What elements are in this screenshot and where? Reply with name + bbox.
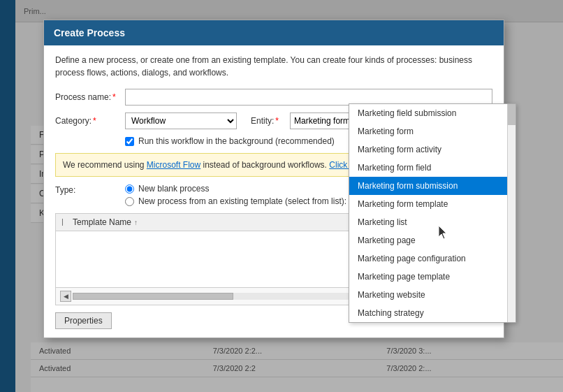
warning-text-middle: instead of background workflows.: [200, 160, 329, 170]
modal-title: Create Process: [54, 27, 125, 38]
modal-description: Define a new process, or create one from…: [55, 54, 492, 79]
dropdown-item-2[interactable]: Marketing form activity: [349, 140, 516, 159]
radio-from-template-input[interactable]: [125, 197, 134, 206]
required-star-entity: *: [275, 116, 279, 126]
radio-from-template: New process from an existing template (s…: [125, 196, 346, 206]
dropdown-item-0[interactable]: Marketing field submission: [349, 104, 516, 122]
template-name-header-text: Template Name: [73, 217, 131, 227]
dropdown-item-11[interactable]: Matching strategy: [349, 304, 516, 322]
dropdown-item-5[interactable]: Marketing form template: [349, 195, 516, 213]
entity-label: Entity:*: [251, 116, 279, 126]
radio-group: New blank process New process from an ex…: [125, 184, 346, 206]
header-spacer: |: [61, 217, 73, 227]
dropdown-scroll-thumb: [508, 104, 516, 125]
scrollbar-thumb: [73, 293, 233, 300]
required-star-category: *: [93, 116, 96, 126]
scroll-left-button[interactable]: ◀: [60, 291, 71, 302]
dropdown-item-6[interactable]: Marketing list: [349, 213, 516, 231]
dropdown-item-10[interactable]: Marketing website: [349, 286, 516, 304]
radio-new-blank: New blank process: [125, 184, 346, 194]
radio-from-template-label: New process from an existing template (s…: [138, 196, 346, 206]
dropdown-item-8[interactable]: Marketing page configuration: [349, 249, 516, 268]
dropdown-item-3[interactable]: Marketing form field: [349, 159, 516, 177]
dropdown-item-9[interactable]: Marketing page template: [349, 268, 516, 286]
dropdown-item-1[interactable]: Marketing form: [349, 122, 516, 140]
radio-new-blank-label: New blank process: [138, 184, 209, 194]
background-workflow-checkbox[interactable]: [125, 137, 134, 146]
dropdown-item-4[interactable]: Marketing form submission: [349, 177, 516, 195]
dropdown-scrollbar[interactable]: [507, 104, 516, 322]
properties-button[interactable]: Properties: [55, 312, 112, 329]
dropdown-item-7[interactable]: Marketing page: [349, 231, 516, 249]
microsoft-flow-link[interactable]: Microsoft Flow: [147, 160, 200, 170]
process-name-label: Process name:*: [55, 92, 125, 102]
category-select[interactable]: Workflow Business Process Flow Action Di…: [125, 112, 237, 129]
checkbox-label: Run this workflow in the background (rec…: [138, 136, 335, 146]
type-label: Type:: [55, 184, 125, 195]
warning-text-prefix: We recommend using: [63, 160, 147, 170]
entity-dropdown: Marketing field submission Marketing for…: [349, 103, 516, 323]
required-star-name: *: [112, 92, 116, 102]
modal-header: Create Process: [44, 20, 504, 45]
category-label: Category:*: [55, 116, 125, 126]
radio-new-blank-input[interactable]: [125, 184, 134, 194]
template-name-header[interactable]: Template Name ↑: [73, 217, 138, 227]
